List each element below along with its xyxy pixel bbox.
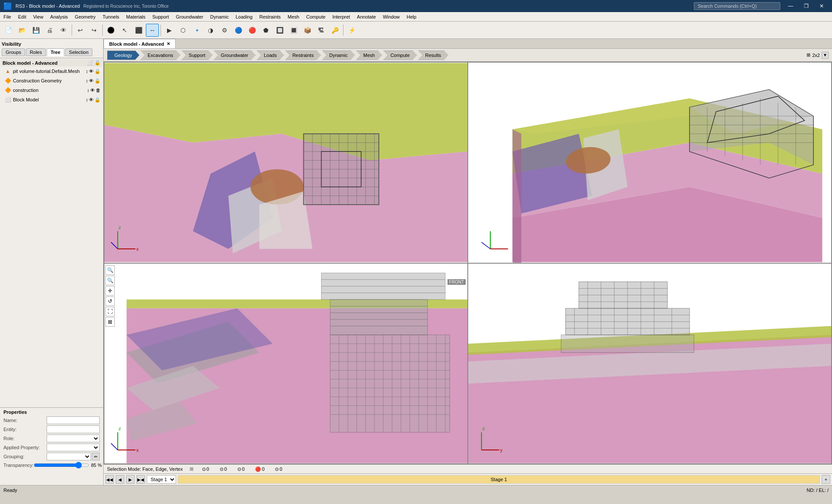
menu-item-edit[interactable]: Edit — [15, 12, 30, 21]
tree-item-mesh[interactable]: ▲ pit volume-tutorial.Default.Mesh ↕ 👁 🔒 — [1, 66, 102, 76]
wf-tab-loads[interactable]: Loads — [256, 50, 284, 60]
menu-item-groundwater[interactable]: Groundwater — [173, 12, 207, 21]
wf-tab-mesh[interactable]: Mesh — [356, 50, 382, 60]
wf-tab-restraints[interactable]: Restraints — [285, 50, 321, 60]
congeom-lock-icon[interactable]: 🔒 — [95, 78, 101, 84]
menu-item-dynamic[interactable]: Dynamic — [207, 12, 232, 21]
congeom-eye-icon[interactable]: 👁 — [89, 78, 94, 84]
tree-collapse-icon[interactable]: 🔒 — [95, 60, 101, 66]
menu-item-mesh[interactable]: Mesh — [284, 12, 303, 21]
tool9[interactable]: 🔲 — [273, 24, 286, 37]
blockmodel-up-icon[interactable]: ↕ — [86, 97, 88, 103]
expand-tool[interactable]: ⛶ — [105, 307, 115, 316]
prop-name-input[interactable] — [47, 416, 100, 424]
stage-next-button[interactable]: ▶ — [126, 475, 135, 484]
zoom-tool[interactable]: 🔍 — [105, 276, 115, 285]
stage-last-button[interactable]: ▶◀ — [136, 475, 145, 484]
viewport-bottom-left[interactable]: 🔍 🔍 ✛ ↺ ⛶ ⊠ FRONT — [104, 264, 467, 464]
tool8[interactable]: ⬟ — [259, 24, 272, 37]
wf-tab-support[interactable]: Support — [181, 50, 213, 60]
stage-add-button[interactable]: + — [822, 475, 830, 484]
menu-item-loading[interactable]: Loading — [232, 12, 256, 21]
menu-item-restraints[interactable]: Restraints — [256, 12, 284, 21]
doc-tab-blockmodel[interactable]: Block model - Advanced ✕ — [104, 39, 176, 48]
rotate-tool[interactable]: ↺ — [105, 296, 115, 306]
blockmodel-lock-icon[interactable]: 🔒 — [95, 97, 101, 103]
wf-tab-compute[interactable]: Compute — [383, 50, 417, 60]
select-mode-button[interactable]: ↔ — [146, 24, 159, 37]
tab-groups[interactable]: Groups — [2, 48, 25, 56]
save-button[interactable]: 💾 — [29, 24, 42, 37]
menu-item-geometry[interactable]: Geometry — [71, 12, 99, 21]
menu-item-interpret[interactable]: Interpret — [329, 12, 353, 21]
tool10[interactable]: 🔳 — [287, 24, 300, 37]
wf-tab-dynamic[interactable]: Dynamic — [322, 50, 355, 60]
pan-tool[interactable]: ✛ — [105, 286, 115, 296]
mesh-up-icon[interactable]: ↕ — [86, 69, 88, 74]
construction-eye-icon[interactable]: 👁 — [90, 88, 95, 93]
prop-applied-select[interactable] — [47, 444, 100, 451]
tool6[interactable]: 🔵 — [232, 24, 245, 37]
close-button[interactable]: ✕ — [815, 2, 829, 10]
tab-roles[interactable]: Roles — [26, 48, 46, 56]
wf-tab-results[interactable]: Results — [418, 50, 448, 60]
tool7[interactable]: 🔴 — [246, 24, 258, 37]
menu-item-file[interactable]: File — [0, 12, 15, 21]
menu-item-view[interactable]: View — [30, 12, 47, 21]
prop-role-select[interactable] — [47, 435, 100, 442]
tree-item-blockmodel[interactable]: ⬜ Block Model ↕ 👁 🔒 — [1, 95, 102, 104]
stage-select[interactable]: Stage 1 — [147, 475, 176, 484]
lightning-button[interactable]: ⚡ — [345, 24, 358, 37]
menu-item-analysis[interactable]: Analysis — [47, 12, 71, 21]
tree-item-construction[interactable]: 🔶 construction ↕ 👁 🗑 — [1, 85, 102, 95]
wf-tab-groundwater[interactable]: Groundwater — [214, 50, 256, 60]
prop-grouping-select[interactable] — [47, 453, 91, 460]
tool3[interactable]: 🔹 — [190, 24, 203, 37]
render-button[interactable]: 👁 — [57, 24, 70, 37]
stage-prev-button[interactable]: ◀ — [116, 475, 124, 484]
tool5[interactable]: ⚙ — [218, 24, 231, 37]
tool2[interactable]: ⬡ — [176, 24, 189, 37]
transparency-slider[interactable] — [34, 462, 89, 469]
wf-tab-excavations[interactable]: Excavations — [140, 50, 180, 60]
open-button[interactable]: 📂 — [16, 24, 28, 37]
print-button[interactable]: 🖨 — [43, 24, 56, 37]
grouping-edit-button[interactable]: ✏ — [92, 453, 100, 460]
doc-tab-close[interactable]: ✕ — [167, 41, 170, 46]
blockmodel-eye-icon[interactable]: 👁 — [89, 97, 94, 103]
redo-button[interactable]: ↪ — [88, 24, 101, 37]
minimize-button[interactable]: — — [784, 2, 797, 10]
viewport-bottom-right[interactable]: y z — [468, 264, 831, 464]
color-button[interactable] — [104, 24, 117, 37]
search-input[interactable] — [694, 2, 780, 10]
undo-button[interactable]: ↩ — [74, 24, 87, 37]
menu-item-annotate[interactable]: Annotate — [353, 12, 379, 21]
tab-selection[interactable]: Selection — [65, 48, 92, 56]
stage-first-button[interactable]: ◀◀ — [105, 475, 114, 484]
zoom-extent-tool[interactable]: 🔍 — [105, 265, 115, 275]
tree-item-congeom[interactable]: 🔶 Construction Geometry ↕ 👁 🔒 — [1, 76, 102, 85]
tab-tree[interactable]: Tree — [47, 48, 64, 56]
menu-item-compute[interactable]: Compute — [303, 12, 329, 21]
congeom-up-icon[interactable]: ↕ — [86, 78, 88, 84]
layout-dropdown[interactable]: ▼ — [822, 52, 829, 59]
menu-item-materials[interactable]: Materials — [123, 12, 149, 21]
menu-item-window[interactable]: Window — [379, 12, 403, 21]
select-button[interactable]: ↖ — [118, 24, 131, 37]
geometry-button[interactable]: ⬛ — [132, 24, 145, 37]
collapse-tool[interactable]: ⊠ — [105, 317, 115, 327]
viewport-top-left[interactable]: x z — [104, 63, 467, 263]
tree-expand-icon[interactable]: ⬜ — [87, 60, 93, 66]
tool4[interactable]: ◑ — [204, 24, 217, 37]
tool12[interactable]: 🏗 — [315, 24, 328, 37]
viewport-top-right[interactable] — [468, 63, 831, 263]
tool13[interactable]: 🔑 — [328, 24, 341, 37]
mesh-lock-icon[interactable]: 🔒 — [95, 69, 101, 74]
mesh-eye-icon[interactable]: 👁 — [89, 69, 94, 74]
menu-item-support[interactable]: Support — [149, 12, 173, 21]
construction-del-icon[interactable]: 🗑 — [96, 88, 101, 93]
maximize-button[interactable]: ❐ — [799, 2, 813, 10]
wf-tab-geology[interactable]: Geology — [107, 50, 139, 60]
prop-entity-input[interactable] — [47, 425, 100, 433]
construction-up-icon[interactable]: ↕ — [87, 88, 90, 93]
